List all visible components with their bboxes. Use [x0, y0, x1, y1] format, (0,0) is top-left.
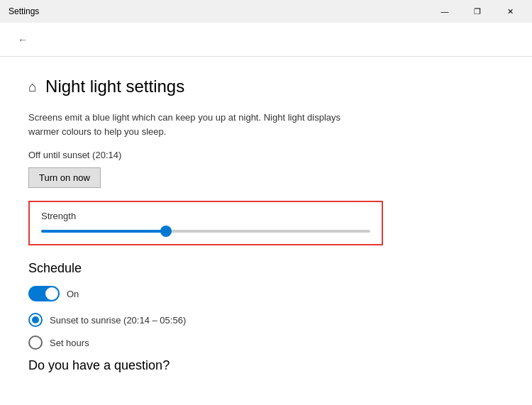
- strength-section: Strength: [28, 201, 383, 245]
- back-button[interactable]: ←: [11, 28, 34, 51]
- titlebar-title: Settings: [6, 6, 428, 16]
- status-text: Off until sunset (20:14): [28, 150, 504, 160]
- back-icon: ←: [18, 34, 28, 45]
- slider-fill: [41, 230, 166, 233]
- description-text: Screens emit a blue light which can keep…: [28, 111, 348, 138]
- titlebar-controls: — ❐ ✕: [428, 0, 526, 23]
- radio-label-sunset: Sunset to sunrise (20:14 – 05:56): [50, 315, 186, 326]
- titlebar: Settings — ❐ ✕: [0, 0, 532, 23]
- page-title: Night light settings: [45, 77, 184, 96]
- slider-track[interactable]: [41, 230, 370, 233]
- radio-option-set-hours[interactable]: Set hours: [28, 335, 504, 350]
- schedule-night-light-toggle[interactable]: [28, 286, 60, 301]
- close-button[interactable]: ✕: [494, 0, 526, 23]
- turn-on-button[interactable]: Turn on now: [28, 167, 101, 188]
- nav-bar: ←: [0, 23, 532, 57]
- strength-slider-container: [41, 230, 370, 233]
- strength-label: Strength: [41, 211, 370, 221]
- toggle-knob: [45, 287, 58, 300]
- settings-window: ← ⌂ Night light settings Screens emit a …: [0, 23, 532, 405]
- radio-label-set-hours: Set hours: [50, 338, 89, 348]
- schedule-section: Schedule On Sunset to sunrise (20:14 – 0…: [28, 261, 504, 350]
- restore-button[interactable]: ❐: [461, 0, 494, 23]
- home-icon: ⌂: [28, 79, 37, 95]
- toggle-state-label: On: [67, 289, 79, 299]
- page-header: ⌂ Night light settings: [28, 77, 504, 96]
- radio-circle-set-hours[interactable]: [28, 335, 43, 350]
- schedule-title: Schedule: [28, 261, 504, 276]
- radio-option-sunset[interactable]: Sunset to sunrise (20:14 – 05:56): [28, 313, 504, 327]
- main-content: ⌂ Night light settings Screens emit a bl…: [0, 57, 532, 405]
- radio-circle-sunset[interactable]: [28, 313, 43, 327]
- schedule-toggle-row: On: [28, 286, 504, 301]
- question-title: Do you have a question?: [28, 358, 504, 373]
- minimize-button[interactable]: —: [428, 0, 461, 23]
- slider-thumb[interactable]: [160, 226, 172, 237]
